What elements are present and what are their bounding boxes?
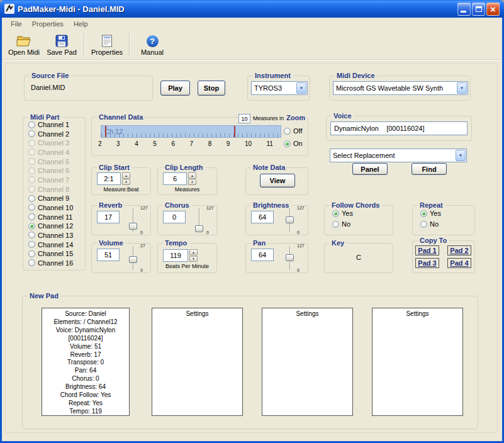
- channel-radio-channel-13[interactable]: Channel 13: [28, 232, 82, 239]
- replacement-dropdown[interactable]: Select Replacement ▼: [330, 149, 467, 162]
- follow-chords-radio-yes[interactable]: Yes: [332, 210, 353, 217]
- radio-icon[interactable]: [28, 232, 35, 238]
- new-pad-slot-2[interactable]: Settings: [152, 308, 243, 416]
- radio-icon[interactable]: [28, 186, 35, 193]
- chevron-down-icon[interactable]: ▼: [457, 82, 467, 94]
- properties-button[interactable]: Properties: [88, 31, 126, 59]
- radio-icon[interactable]: [28, 158, 35, 165]
- menu-item-file[interactable]: File: [6, 19, 27, 29]
- open-midi-button[interactable]: Open Midi: [5, 31, 43, 59]
- radio-icon[interactable]: [284, 128, 291, 135]
- slider-thumb[interactable]: [129, 223, 137, 230]
- clip-end-marker[interactable]: [234, 126, 235, 137]
- radio-icon[interactable]: [28, 149, 35, 155]
- channel-radio-channel-2[interactable]: Channel 2: [28, 130, 82, 138]
- slider-thumb[interactable]: [195, 225, 203, 232]
- zoom-radio-on[interactable]: On: [284, 140, 303, 147]
- clip-start-marker[interactable]: [105, 126, 106, 137]
- clip-length-input[interactable]: 6: [163, 172, 187, 185]
- manual-button[interactable]: ? Manual: [133, 31, 171, 59]
- zoom-radio-off[interactable]: Off: [284, 127, 303, 135]
- radio-icon[interactable]: [28, 121, 35, 128]
- follow-chords-radio-no[interactable]: No: [332, 220, 353, 228]
- radio-icon[interactable]: [28, 241, 35, 248]
- copy-to-pad-4-button[interactable]: Pad 4: [447, 258, 471, 268]
- volume-slider[interactable]: 27 0: [127, 245, 148, 272]
- radio-icon[interactable]: [28, 167, 35, 174]
- radio-icon[interactable]: [332, 210, 339, 217]
- spin-down-icon[interactable]: ▼: [188, 179, 196, 186]
- play-button[interactable]: Play: [160, 81, 190, 96]
- radio-icon[interactable]: [28, 223, 35, 230]
- chorus-input[interactable]: 0: [163, 211, 186, 223]
- radio-icon[interactable]: [28, 176, 35, 183]
- measures-input[interactable]: 10: [238, 114, 250, 123]
- clip-length-stepper[interactable]: ▲ ▼: [188, 172, 196, 185]
- radio-icon[interactable]: [28, 140, 35, 147]
- radio-icon[interactable]: [420, 210, 427, 217]
- radio-icon[interactable]: [332, 221, 339, 228]
- clip-start-input[interactable]: 2:1: [97, 172, 121, 185]
- channel-radio-channel-16[interactable]: Channel 16: [28, 259, 82, 267]
- midi-device-dropdown[interactable]: Microsoft GS Wavetable SW Synth ▼: [333, 81, 468, 95]
- copy-to-pad-3-button[interactable]: Pad 3: [415, 258, 439, 268]
- slider-thumb[interactable]: [286, 254, 294, 261]
- channel-radio-channel-9[interactable]: Channel 9: [28, 194, 82, 202]
- menu-item-properties[interactable]: Properties: [27, 19, 69, 29]
- find-button[interactable]: Find: [412, 163, 447, 175]
- stop-button[interactable]: Stop: [198, 81, 225, 96]
- spin-up-icon[interactable]: ▲: [189, 249, 198, 255]
- voice-value-field[interactable]: DynamicNylon [000116024]: [330, 121, 468, 135]
- radio-icon[interactable]: [28, 259, 35, 266]
- brightness-slider[interactable]: 127 0: [284, 207, 305, 235]
- reverb-input[interactable]: 17: [97, 211, 120, 223]
- radio-icon[interactable]: [420, 221, 427, 228]
- repeat-radio-yes[interactable]: Yes: [420, 210, 441, 217]
- close-button[interactable]: ×: [486, 3, 500, 16]
- chorus-slider[interactable]: 127 0: [193, 207, 215, 235]
- menu-item-help[interactable]: Help: [69, 19, 93, 29]
- new-pad-slot-1[interactable]: Source: DanielElements: / Channel12Voice…: [42, 308, 130, 416]
- repeat-radio-no[interactable]: No: [420, 220, 441, 228]
- radio-icon[interactable]: [28, 250, 35, 257]
- new-pad-slot-4[interactable]: Settings: [372, 308, 463, 416]
- tempo-stepper[interactable]: ▲ ▼: [189, 249, 198, 262]
- pan-input[interactable]: 64: [251, 249, 274, 261]
- titlebar[interactable]: PadMaker-Midi - Daniel.MID ×: [0, 0, 504, 18]
- copy-to-pad-1-button[interactable]: Pad 1: [415, 245, 439, 255]
- channel-radio-channel-12[interactable]: Channel 12: [28, 222, 82, 230]
- radio-icon[interactable]: [28, 213, 35, 220]
- channel-data-ruler[interactable]: Ch 12: [101, 125, 281, 138]
- save-pad-button[interactable]: Save Pad: [43, 31, 81, 59]
- radio-icon[interactable]: [28, 204, 35, 211]
- radio-icon[interactable]: [28, 130, 35, 137]
- pan-slider[interactable]: 127 0: [284, 245, 305, 272]
- channel-radio-channel-14[interactable]: Channel 14: [28, 241, 82, 249]
- radio-icon[interactable]: [284, 140, 291, 147]
- spin-down-icon[interactable]: ▼: [189, 256, 198, 262]
- clip-start-stepper[interactable]: ▲ ▼: [122, 172, 130, 185]
- tempo-input[interactable]: 119: [163, 249, 188, 262]
- radio-icon[interactable]: [28, 195, 35, 202]
- volume-input[interactable]: 51: [97, 249, 120, 261]
- reverb-slider[interactable]: 127 0: [127, 207, 148, 235]
- slider-thumb[interactable]: [286, 216, 294, 223]
- chevron-down-icon[interactable]: ▼: [296, 82, 306, 94]
- chevron-down-icon[interactable]: ▼: [456, 150, 466, 161]
- spin-up-icon[interactable]: ▲: [122, 172, 130, 179]
- brightness-input[interactable]: 64: [251, 211, 274, 223]
- slider-thumb[interactable]: [129, 256, 137, 263]
- channel-radio-channel-15[interactable]: Channel 15: [28, 250, 82, 257]
- spin-down-icon[interactable]: ▼: [122, 179, 130, 186]
- channel-radio-channel-11[interactable]: Channel 11: [28, 213, 82, 221]
- new-pad-slot-3[interactable]: Settings: [262, 308, 353, 416]
- minimize-button[interactable]: [457, 3, 471, 16]
- spin-up-icon[interactable]: ▲: [188, 172, 196, 179]
- copy-to-pad-2-button[interactable]: Pad 2: [447, 245, 471, 255]
- panel-button[interactable]: Panel: [352, 163, 388, 175]
- maximize-button[interactable]: [472, 3, 485, 16]
- channel-radio-channel-10[interactable]: Channel 10: [28, 204, 82, 211]
- instrument-dropdown[interactable]: TYROS3 ▼: [251, 81, 308, 95]
- view-button[interactable]: View: [260, 174, 295, 188]
- channel-radio-channel-1[interactable]: Channel 1: [28, 121, 82, 128]
